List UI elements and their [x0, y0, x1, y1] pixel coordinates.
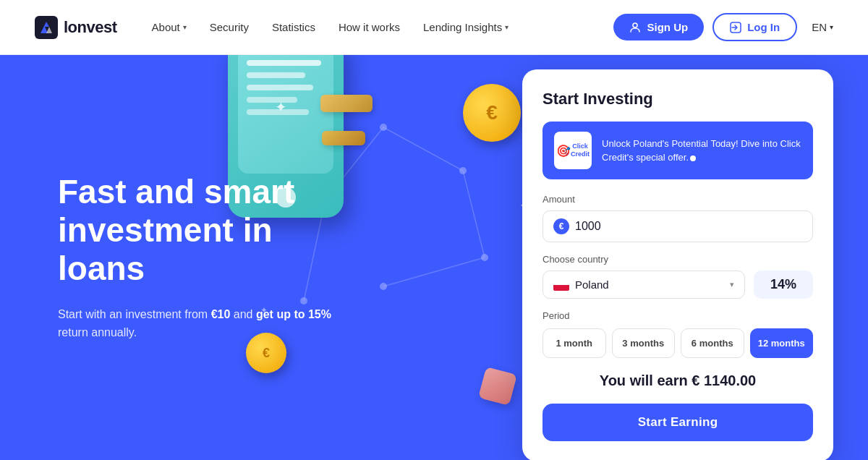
svg-point-3 — [633, 23, 637, 27]
chevron-down-icon: ▾ — [730, 280, 734, 289]
period-12m-button[interactable]: 12 months — [750, 328, 814, 358]
nav-item-lending-insights[interactable]: Lending Insights ▾ — [423, 21, 509, 33]
nav-item-how-it-works[interactable]: How it works — [339, 21, 400, 33]
svg-line-5 — [383, 127, 463, 171]
svg-line-9 — [383, 257, 485, 286]
login-icon — [730, 22, 741, 33]
nav-item-security[interactable]: Security — [210, 21, 249, 33]
chevron-down-icon: ▾ — [505, 23, 509, 31]
chevron-down-icon: ▾ — [830, 23, 833, 31]
login-button[interactable]: Log In — [712, 13, 797, 41]
nav-item-statistics[interactable]: Statistics — [272, 21, 315, 33]
earnings-display: You will earn € 1140.00 — [542, 372, 813, 389]
period-3m-button[interactable]: 3 months — [612, 328, 676, 358]
svg-line-7 — [463, 171, 485, 257]
country-select[interactable]: Poland ▾ — [542, 271, 745, 299]
promo-banner[interactable]: 🎯 Click Credit Unlock Poland's Potential… — [542, 122, 813, 179]
coin-large-icon: € — [463, 84, 521, 142]
period-label: Period — [542, 310, 813, 321]
svg-point-11 — [459, 167, 467, 174]
user-icon — [629, 22, 641, 33]
amount-label: Amount — [542, 194, 813, 205]
logo[interactable]: lonvest — [35, 16, 117, 39]
chevron-down-icon: ▾ — [183, 23, 187, 31]
country-label: Choose country — [542, 254, 813, 265]
sparkle-icon: ✦ — [275, 98, 287, 116]
rate-badge: 14% — [754, 271, 813, 299]
country-row: Poland ▾ 14% — [542, 271, 813, 299]
hero-text: Fast and smart investment in loans Start… — [58, 173, 333, 342]
poland-flag-icon — [553, 279, 569, 291]
promo-dot — [690, 156, 696, 161]
country-selected: Poland — [575, 278, 724, 291]
signup-button[interactable]: Sign Up — [613, 14, 704, 41]
invest-card-title: Start Investing — [542, 90, 813, 108]
invest-card: Start Investing 🎯 Click Credit Unlock Po… — [522, 69, 833, 460]
svg-rect-0 — [35, 16, 58, 39]
promo-text: Unlock Poland's Potential Today! Dive in… — [602, 137, 801, 165]
period-6m-button[interactable]: 6 months — [681, 328, 744, 358]
earnings-text: You will earn € 1140.00 — [600, 372, 756, 388]
header-actions: Sign Up Log In EN ▾ — [613, 13, 833, 41]
main-nav: About ▾ Security Statistics How it works… — [152, 21, 614, 33]
svg-point-13 — [481, 254, 488, 261]
gold-bar-lower-icon — [322, 131, 365, 145]
promo-logo: 🎯 Click Credit — [554, 132, 592, 169]
svg-point-10 — [380, 124, 387, 131]
logo-text: lonvest — [64, 18, 117, 37]
hero-section: Fast and smart investment in loans Start… — [0, 55, 868, 460]
amount-input-wrapper[interactable]: € — [542, 210, 813, 242]
logo-icon — [35, 16, 58, 39]
start-earning-button[interactable]: Start Earning — [542, 404, 813, 441]
hero-subtitle: Start with an investment from €10 and ge… — [58, 305, 333, 342]
euro-icon: € — [553, 218, 569, 234]
hero-title: Fast and smart investment in loans — [58, 173, 333, 288]
svg-point-15 — [380, 283, 387, 290]
header: lonvest About ▾ Security Statistics How … — [0, 0, 868, 55]
amount-input[interactable] — [575, 220, 802, 233]
period-buttons: 1 month 3 months 6 months 12 months — [542, 328, 813, 358]
gold-bar-icon — [320, 95, 373, 112]
nav-item-about[interactable]: About ▾ — [152, 21, 187, 33]
period-1m-button[interactable]: 1 month — [542, 328, 606, 358]
language-selector[interactable]: EN ▾ — [812, 21, 833, 33]
